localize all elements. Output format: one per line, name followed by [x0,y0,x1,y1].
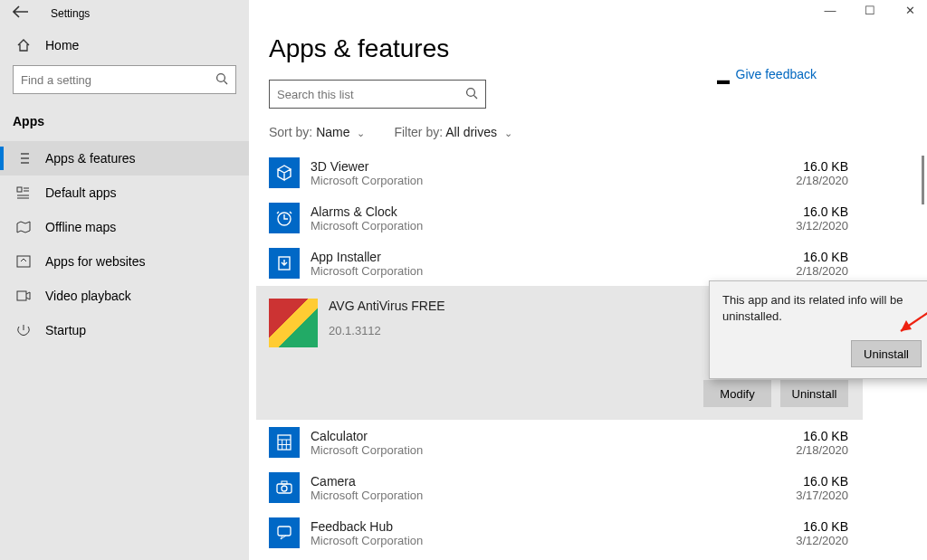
svg-rect-19 [278,435,291,450]
sidebar-search-input[interactable] [14,66,209,93]
app-row-3d-viewer[interactable]: 3D Viewer Microsoft Corporation 16.0 KB … [256,150,863,195]
app-publisher: Microsoft Corporation [311,443,776,457]
app-list-search[interactable] [269,80,486,109]
sidebar-item-offline-maps[interactable]: Offline maps [0,210,249,244]
window-title: Settings [51,7,90,20]
minimize-button[interactable]: — [820,4,840,17]
popup-uninstall-button[interactable]: Uninstall [851,340,922,367]
maximize-button[interactable]: ☐ [860,4,880,17]
app-row-calculator[interactable]: Calculator Microsoft Corporation 16.0 KB… [256,420,863,465]
app-icon [269,427,300,458]
sidebar-item-label: Apps for websites [45,254,146,269]
svg-rect-27 [278,527,291,536]
sidebar-item-apps-for-websites[interactable]: Apps for websites [0,244,249,279]
defaults-icon [16,186,33,199]
app-size: 16.0 KB [776,519,848,534]
app-publisher: Microsoft Corporation [311,219,776,233]
app-icon [269,517,300,548]
sidebar-item-label: Offline maps [45,220,116,234]
sidebar-item-label: Video playback [45,289,131,303]
app-name: Alarms & Clock [311,204,776,219]
chevron-down-icon: ⌄ [504,128,512,138]
sort-filter-row: Sort by: Name ⌄ Filter by: All drives ⌄ [269,125,927,139]
search-icon [215,72,228,88]
uninstall-button[interactable]: Uninstall [780,380,848,407]
app-icon [269,248,300,279]
app-name: Feedback Hub [311,519,776,534]
settings-sidebar: Settings Home Apps Apps & features Defau… [0,0,249,560]
search-icon [465,87,478,102]
sidebar-item-apps-features[interactable]: Apps & features [0,141,249,176]
app-date: 3/12/2020 [776,219,848,233]
svg-rect-13 [17,256,30,267]
chevron-down-icon: ⌄ [357,128,365,138]
app-row-camera[interactable]: Camera Microsoft Corporation 16.0 KB 3/1… [256,465,863,510]
uninstall-confirm-popup: This app and its related info will be un… [709,280,927,379]
sidebar-item-video-playback[interactable]: Video playback [0,279,249,313]
website-icon [16,255,33,268]
app-date: 2/18/2020 [776,443,848,457]
sidebar-search[interactable] [13,65,236,94]
video-icon [16,289,33,302]
svg-rect-8 [17,187,22,192]
app-name: Camera [311,474,776,489]
app-icon [269,203,300,233]
back-arrow-icon[interactable] [13,5,29,22]
app-date: 3/17/2020 [776,489,848,502]
app-name: App Installer [311,250,776,264]
sidebar-section-title: Apps [0,107,249,136]
window-controls: — ☐ ✕ [820,4,920,17]
sidebar-item-default-apps[interactable]: Default apps [0,176,249,210]
app-action-buttons: Modify Uninstall [269,380,854,407]
svg-line-1 [224,81,227,84]
svg-point-25 [282,486,287,491]
startup-icon [16,324,33,337]
sort-by-control[interactable]: Sort by: Name ⌄ [269,125,365,139]
app-date: 3/12/2020 [776,534,848,547]
sidebar-item-label: Default apps [45,185,117,200]
app-publisher: Microsoft Corporation [311,534,776,547]
app-row-get-help[interactable]: ? Get Help 16.0 KB [256,555,863,560]
list-icon [16,152,33,165]
app-list-search-input[interactable] [270,81,459,108]
app-name: Calculator [311,429,776,443]
app-size: 16.0 KB [776,159,848,174]
app-row-feedback-hub[interactable]: Feedback Hub Microsoft Corporation 16.0 … [256,510,863,555]
app-publisher: Microsoft Corporation [311,264,776,278]
app-size: 16.0 KB [776,250,848,264]
home-icon [16,38,33,52]
svg-point-0 [217,74,225,82]
map-icon [16,221,33,233]
app-icon [269,472,300,503]
popup-message: This app and its related info will be un… [722,292,922,324]
sidebar-item-label: Startup [45,323,86,337]
scrollbar-thumb[interactable] [922,156,924,204]
app-size: 16.0 KB [776,429,848,443]
svg-rect-14 [17,291,26,300]
sidebar-item-startup[interactable]: Startup [0,313,249,347]
feedback-mark: ▬ [717,72,730,87]
app-icon [269,299,318,347]
modify-button[interactable]: Modify [703,380,771,407]
close-button[interactable]: ✕ [900,4,920,17]
filter-by-control[interactable]: Filter by: All drives ⌄ [394,125,512,139]
main-content: — ☐ ✕ ▬ Give feedback Apps & features So… [249,0,927,560]
svg-line-16 [473,95,477,99]
svg-point-15 [467,89,475,97]
app-publisher: Microsoft Corporation [311,489,776,502]
sidebar-item-label: Apps & features [45,151,136,166]
svg-rect-26 [282,481,287,484]
app-size: 16.0 KB [776,474,848,489]
sidebar-navlist: Apps & features Default apps Offline map… [0,141,249,347]
app-row-alarms-clock[interactable]: Alarms & Clock Microsoft Corporation 16.… [256,195,863,241]
app-date: 2/18/2020 [776,174,848,187]
app-size: 16.0 KB [776,204,848,219]
app-icon [269,157,300,188]
app-name: 3D Viewer [311,159,776,174]
home-label: Home [45,38,79,52]
app-date: 2/18/2020 [776,264,848,278]
give-feedback-link[interactable]: Give feedback [736,67,817,81]
app-row-app-installer[interactable]: App Installer Microsoft Corporation 16.0… [256,241,863,286]
home-nav[interactable]: Home [0,31,249,60]
app-publisher: Microsoft Corporation [311,174,776,187]
